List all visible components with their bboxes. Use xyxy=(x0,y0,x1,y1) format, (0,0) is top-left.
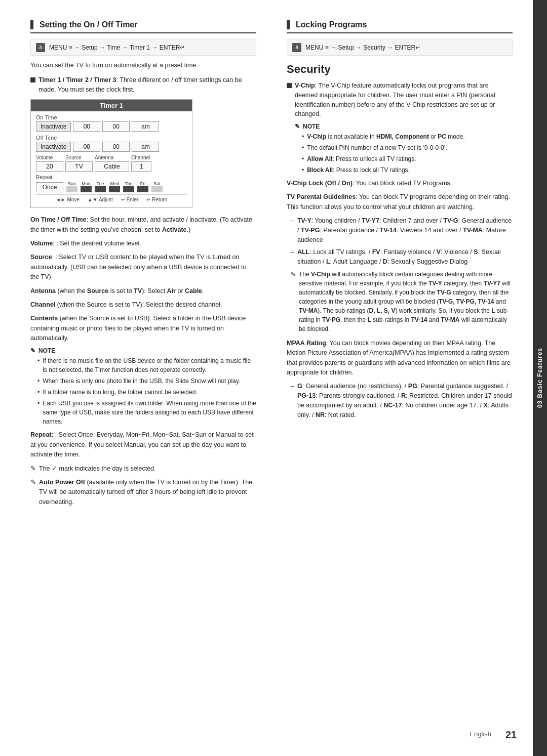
on-off-end: .) xyxy=(187,226,191,233)
intro-text: You can set the TV to turn on automatica… xyxy=(30,61,256,70)
dash-item-1: – TV-Y: Young children / TV-Y7: Children… xyxy=(291,216,513,244)
right-note-label: NOTE xyxy=(303,123,320,130)
left-menu-path: à MENU ≡ → Setup → Time → Timer 1 → ENTE… xyxy=(30,39,256,56)
right-note-section: ✎ NOTE • V-Chip is not available in HDMI… xyxy=(295,123,513,175)
day-tue: Tue xyxy=(94,181,107,192)
vchip-bullet-icon xyxy=(287,83,292,88)
right-note-4: • Block All: Press to lock all TV rating… xyxy=(302,165,513,175)
vchip-lock-label: V-Chip Lock (Off / On) xyxy=(287,180,353,187)
timer-label: Timer 1 / Timer 2 / Timer 3 xyxy=(38,76,116,83)
volume-desc-label: Volume xyxy=(30,240,53,247)
dash-text-2: ALL: Lock all TV ratings. / FV: Fantasy … xyxy=(297,247,513,267)
day-fri: Fri xyxy=(136,181,149,192)
on-inactivate: Inactivate xyxy=(36,121,71,132)
left-note-section: ✎ NOTE • If there is no music file on th… xyxy=(30,347,256,426)
timer-bullet-text: Timer 1 / Timer 2 / Timer 3: Three diffe… xyxy=(38,75,256,95)
source-desc-text: : Select TV or USB content to be played … xyxy=(30,254,246,280)
antenna-val: Cable xyxy=(95,161,129,172)
right-note-bullet-1: • xyxy=(302,132,304,141)
note-text-3: If a folder name is too long, the folder… xyxy=(43,388,198,397)
day-thu: Thu xyxy=(122,181,135,192)
day-fri-label: Fri xyxy=(136,181,149,186)
antenna-desc-label: Antenna xyxy=(30,287,56,295)
note-item-3: • If a folder name is too long, the fold… xyxy=(37,388,256,397)
intro-text-span: You can set the TV to turn on automatica… xyxy=(30,62,198,69)
right-note-text-3: Allow All: Press to unlock all TV rating… xyxy=(307,154,416,163)
page-lang: English xyxy=(470,730,491,738)
bullet-icon xyxy=(30,77,35,82)
note-text-2: When there is only one photo file in the… xyxy=(43,376,240,386)
checkmark-note: ✎ The ✓ mark indicates the day is select… xyxy=(30,464,256,474)
title-bar-icon xyxy=(30,20,33,29)
auto-power-block: ✎ Auto Power Off (available only when th… xyxy=(30,478,256,507)
right-note-bullet-2: • xyxy=(302,143,304,152)
mpaa-block: MPAA Rating: You can block movies depend… xyxy=(287,339,513,378)
day-sun-label: Sun xyxy=(65,181,79,186)
day-thu-label: Thu xyxy=(122,181,135,186)
timer-body: On Time Inactivate 00 00 am Off Time Ina… xyxy=(31,111,192,207)
timer-bullet: Timer 1 / Timer 2 / Timer 3: Three diffe… xyxy=(30,75,256,95)
vchip-text: V-Chip: The V-Chip feature automatically… xyxy=(295,81,513,119)
nav-enter: ↵ Enter xyxy=(121,197,139,202)
source-desc-label: Source xyxy=(30,254,52,261)
right-pencil-icon: ✎ xyxy=(295,123,300,130)
right-note-text-2: The default PIN number of a new TV set i… xyxy=(307,143,447,152)
antenna-desc-block: Antenna (when the Source is set to TV): … xyxy=(30,286,256,296)
right-title-text: Locking Programs xyxy=(296,20,367,29)
channel-val: 1 xyxy=(131,161,151,172)
right-note-text-1: V-Chip is not available in HDMI, Compone… xyxy=(307,132,464,141)
day-sat-label: Sat xyxy=(150,181,164,186)
security-heading: Security xyxy=(287,63,513,76)
channel-header: Channel xyxy=(131,155,151,160)
left-menu-path-text: MENU ≡ → Setup → Time → Timer 1 → ENTER↵ xyxy=(49,44,185,51)
off-time-row: Inactivate 00 00 am xyxy=(36,142,187,152)
right-section-title: Locking Programs xyxy=(287,20,513,33)
day-sat: Sat xyxy=(150,181,164,192)
note-bullet-4: • xyxy=(37,399,40,426)
nav-move: ◄► Move xyxy=(56,197,80,202)
day-tue-box xyxy=(95,186,106,192)
day-wed-box xyxy=(109,186,120,192)
mpaa-dash-text: G: General audience (no restrictions). /… xyxy=(297,382,513,419)
day-wed: Wed xyxy=(108,181,121,192)
auto-power-label: Auto Power Off xyxy=(39,479,85,486)
vchip-lock-desc: : You can block rated TV Programs. xyxy=(353,180,452,187)
volume-val: 20 xyxy=(36,161,63,172)
note-item-1: • If there is no music file on the USB d… xyxy=(37,356,256,374)
right-note-bullet-4: • xyxy=(302,165,304,175)
timer-nav: ◄► Move ▲▼ Adjust ↵ Enter ↵ Return xyxy=(36,194,187,204)
right-note-3: • Allow All: Press to unlock all TV rati… xyxy=(302,154,513,163)
right-note-bullet-3: • xyxy=(302,154,304,163)
vchip-auto-text: The V-Chip will automatically block cert… xyxy=(299,270,513,333)
off-hour: 00 xyxy=(73,142,100,152)
off-inactivate: Inactivate xyxy=(36,142,71,152)
checkmark-text: The ✓ mark indicates the day is selected… xyxy=(39,464,156,474)
vchip-label: V-Chip xyxy=(295,82,315,89)
page-number: 21 xyxy=(505,729,517,741)
source-header: Source xyxy=(65,155,93,160)
note-bullet-3: • xyxy=(37,388,40,397)
right-title-bar-icon xyxy=(287,20,290,29)
volume-desc-text: : Set the desired volume level. xyxy=(56,240,141,247)
on-off-desc: On Time / Off Time: Set the hour, minute… xyxy=(30,215,256,235)
on-time-row: Inactivate 00 00 am xyxy=(36,121,187,132)
tv-parental-label: TV Parental Guidelines xyxy=(287,193,356,200)
day-tue-label: Tue xyxy=(94,181,107,186)
note-header: ✎ NOTE xyxy=(30,347,256,354)
day-mon-label: Mon xyxy=(80,181,93,186)
on-time-label: On Time xyxy=(36,114,187,120)
day-sat-box xyxy=(151,186,163,192)
dash-item-2: – ALL: Lock all TV ratings. / FV: Fantas… xyxy=(291,247,513,267)
volume-header: Volume xyxy=(36,155,63,160)
pencil-icon: ✎ xyxy=(30,347,35,354)
left-column: Setting the On / Off Timer à MENU ≡ → Se… xyxy=(30,20,266,736)
note-text-4: Each USB you use is assigned its own fol… xyxy=(43,399,256,426)
note-text-1: If there is no music file on the USB dev… xyxy=(43,356,256,374)
note-item-4: • Each USB you use is assigned its own f… xyxy=(37,399,256,426)
repeat-desc-text: : Select Once, Everyday, Mon~Fri, Mon~Sa… xyxy=(30,431,254,458)
dash-icon-2: – xyxy=(291,247,294,267)
off-time-label: Off Time xyxy=(36,135,187,141)
mpaa-label: MPAA Rating xyxy=(287,340,326,347)
on-ampm: am xyxy=(132,121,159,132)
tv-parental-block: TV Parental Guidelines: You can block TV… xyxy=(287,192,513,212)
